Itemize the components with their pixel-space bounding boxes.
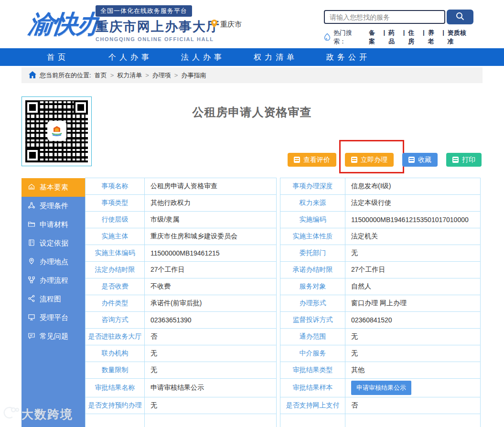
empty-cell [277, 414, 280, 427]
row-label-right: 事项办理深度 [280, 178, 345, 195]
action-button-2[interactable]: 收藏 [402, 153, 438, 167]
page-title: 公租房申请人资格审查 [0, 105, 504, 120]
sidebar-item-3[interactable]: 设定依据 [21, 234, 85, 253]
doc-icon [294, 157, 300, 163]
location-selector[interactable]: 重庆市 [211, 19, 242, 30]
sidebar-item-6[interactable]: 流程图 [21, 290, 85, 309]
row-value-right: 02360841520 [345, 311, 481, 329]
breadcrumb-item-2[interactable]: 办理项 [152, 71, 171, 80]
breadcrumb-item-0[interactable]: 首页 [95, 71, 107, 80]
action-button-0[interactable]: 查看评价 [288, 153, 336, 167]
column-gap [277, 228, 280, 245]
detail-table: 事项名称公租房申请人资格审查事项办理深度信息发布(Ⅰ级)事项类型其他行政权力权力… [85, 178, 482, 427]
table-row: 事项名称公租房申请人资格审查事项办理深度信息发布(Ⅰ级) [85, 178, 482, 195]
table-row: 实施主体重庆市住房和城乡建设委员会实施主体性质法定机关 [85, 228, 482, 245]
main-nav: 首页个人办事法人办事权力清单政务公开 [0, 48, 504, 66]
action-label: 收藏 [418, 156, 431, 164]
sidebar-item-8[interactable]: 常见问题 [21, 327, 85, 346]
row-value-right: 法定本级行使 [345, 194, 481, 212]
site-logo[interactable]: 渝快办 [27, 8, 102, 41]
sidebar-item-2[interactable]: 申请材料 [21, 215, 85, 234]
action-button-3[interactable]: 打印 [446, 153, 482, 167]
search-button[interactable] [447, 10, 473, 24]
action-button-1[interactable]: 立即办理 [345, 153, 394, 167]
row-value-right: 申请审核结果公示 [345, 378, 481, 397]
sidebar-item-label: 常见问题 [40, 332, 68, 341]
row-value-right: 无 [345, 245, 481, 262]
empty-cell [144, 414, 277, 427]
table-row: 联办机构无中介服务无 [85, 345, 482, 362]
site-header: 渝快办 全国一体化在线政务服务平台 重庆市网上办事大厅 CHONGQING ON… [0, 0, 504, 48]
row-value-left: 无 [144, 362, 277, 379]
column-gap [277, 311, 280, 329]
row-label-left: 咨询方式 [85, 311, 145, 329]
result-sample-button[interactable]: 申请审核结果公示 [351, 381, 411, 395]
sidebar-item-label: 设定依据 [40, 239, 68, 248]
row-label-right: 服务对象 [280, 278, 345, 295]
breadcrumb-separator: > [174, 72, 178, 79]
row-value-right: 窗口办理 网上办理 [345, 295, 481, 312]
table-row: 法定办结时限27个工作日承诺办结时限27个工作日 [85, 261, 482, 278]
row-label-left: 是否支持预约办理 [85, 397, 145, 414]
hot-search-item[interactable]: 住房 [405, 29, 423, 46]
breadcrumb-prefix: 您当前所在的位置: [40, 71, 91, 80]
breadcrumb-item-3[interactable]: 办事指南 [181, 71, 206, 80]
sidebar-item-1[interactable]: 受理条件 [21, 197, 85, 215]
row-value-right: 信息发布(Ⅰ级) [345, 178, 481, 195]
action-label: 打印 [462, 156, 475, 164]
sidebar-item-label: 办理地点 [40, 257, 68, 267]
site-name: 重庆市网上办事大厅 [96, 18, 220, 35]
row-label-right: 审批结果样本 [280, 378, 345, 397]
sidebar-item-5[interactable]: 办理流程 [21, 271, 85, 290]
hot-search-item[interactable]: 资质核准 [444, 29, 473, 46]
row-label-left: 审批结果名称 [85, 378, 145, 397]
table-row: 审批结果名称申请审核结果公示审批结果样本申请审核结果公示 [85, 378, 482, 397]
actions-row: 查看评价立即办理收藏打印 [288, 153, 482, 167]
search-area: 热门搜索： 备案|药品|住房|养老|资质核准 [324, 10, 473, 46]
page-root: 渝快办 全国一体化在线政务服务平台 重庆市网上办事大厅 CHONGQING ON… [0, 0, 504, 427]
action-label: 查看评价 [303, 156, 330, 164]
hot-search-item[interactable]: 养老 [425, 29, 443, 46]
sidebar-item-7[interactable]: 受理平台 [21, 309, 85, 327]
row-value-left: 承诺件(前审后批) [144, 295, 277, 312]
column-gap [277, 362, 280, 379]
row-label-left: 是否收费 [85, 278, 145, 295]
table-row: 数量限制无审批结果类型其他 [85, 362, 482, 379]
row-label-right: 审批结果类型 [280, 362, 345, 379]
nav-item-1[interactable]: 个人办事 [94, 48, 167, 66]
row-label-left: 是否进驻政务大厅 [85, 328, 145, 345]
hot-search-item[interactable]: 药品 [385, 29, 403, 46]
hot-search: 热门搜索： 备案|药品|住房|养老|资质核准 [324, 29, 473, 46]
table-row: 是否进驻政务大厅否通办范围无 [85, 328, 482, 345]
column-gap [277, 328, 280, 345]
doc-icon [351, 157, 357, 163]
row-label-right: 办理形式 [280, 295, 345, 312]
book-icon [28, 239, 35, 248]
sidebar-item-0[interactable]: 基本要素 [21, 178, 85, 197]
row-label-left: 行使层级 [85, 211, 145, 228]
row-label-right: 实施编码 [280, 211, 345, 228]
nav-item-2[interactable]: 法人办事 [167, 48, 239, 66]
sidebar-item-4[interactable]: 办理地点 [21, 253, 85, 271]
sidebar-item-label: 受理平台 [40, 313, 68, 322]
row-label-left: 实施主体编码 [85, 245, 145, 262]
sidebar-item-label: 办理流程 [40, 276, 68, 285]
nav-item-4[interactable]: 政务公开 [312, 48, 385, 66]
faq-icon [28, 332, 35, 341]
hot-search-item[interactable]: 备案 [365, 29, 384, 46]
table-row: 实施主体编码11500000MB19461215委托部门无 [85, 245, 482, 262]
table-row: 咨询方式02363651390监督投诉方式02360841520 [85, 311, 482, 329]
column-gap [277, 295, 280, 312]
table-row: 办件类型承诺件(前审后批)办理形式窗口办理 网上办理 [85, 295, 482, 312]
row-value-right: 无 [345, 328, 481, 345]
breadcrumb-item-1[interactable]: 权力清单 [117, 71, 142, 80]
column-gap [277, 397, 280, 414]
column-gap [277, 278, 280, 295]
row-label-left: 数量限制 [85, 362, 145, 379]
nav-item-3[interactable]: 权力清单 [239, 48, 312, 66]
row-label-right: 通办范围 [280, 328, 345, 345]
action-wrap-1: 立即办理 [345, 153, 394, 167]
search-input[interactable] [324, 10, 445, 24]
watermark-logo-icon [3, 406, 19, 423]
nav-item-0[interactable]: 首页 [21, 48, 94, 66]
